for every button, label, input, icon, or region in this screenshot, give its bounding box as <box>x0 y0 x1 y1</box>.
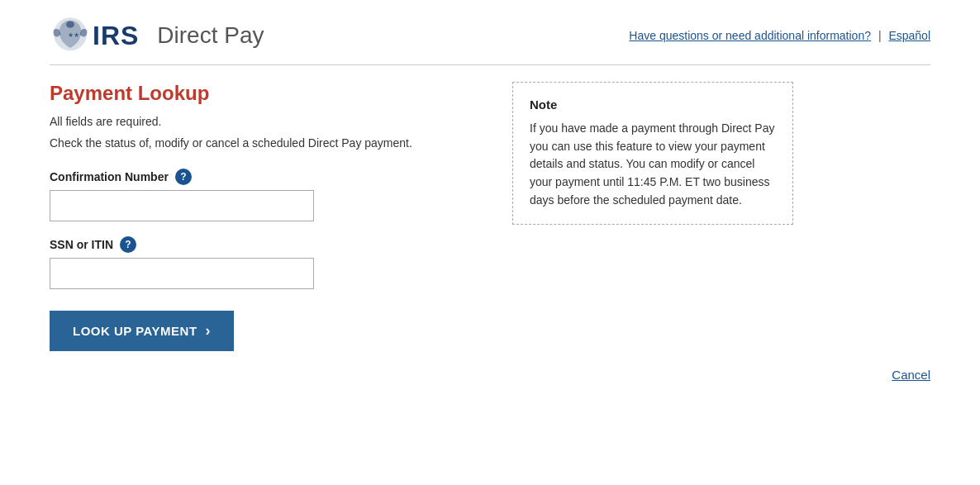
lookup-chevron-icon: › <box>206 322 212 340</box>
ssn-field: SSN or ITIN ? <box>50 236 479 289</box>
note-box: Note If you have made a payment through … <box>512 82 793 225</box>
ssn-label: SSN or ITIN <box>50 238 113 251</box>
cancel-link[interactable]: Cancel <box>892 368 930 382</box>
page-title: Direct Pay <box>157 22 264 49</box>
lookup-button-label: LOOK UP PAYMENT <box>73 324 197 338</box>
svg-text:★★: ★★ <box>68 31 79 39</box>
ssn-label-row: SSN or ITIN ? <box>50 236 479 253</box>
irs-eagle-icon: ★★ <box>50 15 91 56</box>
note-panel: Note If you have made a payment through … <box>512 82 793 351</box>
language-link[interactable]: Español <box>888 29 930 42</box>
confirmation-input[interactable] <box>50 190 314 221</box>
confirmation-label-row: Confirmation Number ? <box>50 169 479 185</box>
ssn-input[interactable] <box>50 258 314 289</box>
description-text: Check the status of, modify or cancel a … <box>50 135 479 152</box>
irs-brand-text: IRS <box>93 21 139 51</box>
main-content: Payment Lookup All fields are required. … <box>50 82 930 351</box>
logo-area: ★★ IRS Direct Pay <box>50 15 264 56</box>
note-title: Note <box>530 97 776 112</box>
confirmation-field: Confirmation Number ? <box>50 169 479 221</box>
separator: | <box>878 29 882 42</box>
svg-point-1 <box>66 21 74 28</box>
ssn-help-icon[interactable]: ? <box>120 236 136 253</box>
header-links: Have questions or need additional inform… <box>629 29 930 42</box>
confirmation-label: Confirmation Number <box>50 170 169 183</box>
footer-row: Cancel <box>50 368 930 382</box>
page-heading: Payment Lookup <box>50 82 479 105</box>
confirmation-help-icon[interactable]: ? <box>175 169 192 185</box>
lookup-payment-button[interactable]: LOOK UP PAYMENT › <box>50 311 234 351</box>
note-text: If you have made a payment through Direc… <box>530 120 776 209</box>
page-header: ★★ IRS Direct Pay Have questions or need… <box>50 15 930 65</box>
help-link[interactable]: Have questions or need additional inform… <box>629 29 871 42</box>
required-note: All fields are required. <box>50 115 479 128</box>
form-panel: Payment Lookup All fields are required. … <box>50 82 479 351</box>
